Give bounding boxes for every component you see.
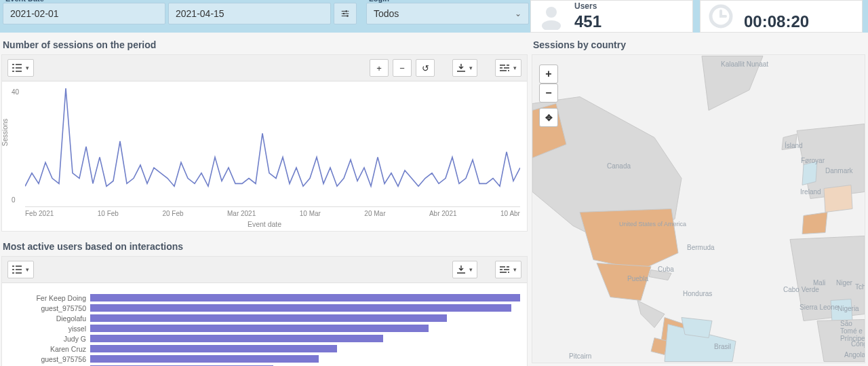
bar-row: Fer Keep Doing: [9, 293, 520, 303]
date-to-input[interactable]: 2021-04-15: [168, 3, 331, 24]
date-to-value: 2021-04-15: [176, 8, 224, 19]
map-label: Nigeria: [837, 305, 859, 312]
map-label: Pitcairn: [569, 352, 591, 360]
bar-fill: [90, 294, 520, 301]
map-zoom-out[interactable]: −: [539, 84, 558, 103]
download-button[interactable]: [452, 59, 477, 77]
map-label: Angola: [844, 351, 865, 359]
list-icon: [12, 266, 22, 274]
x-tick: Mar 2021: [227, 210, 256, 217]
sliders-icon: [500, 64, 509, 72]
list-icon: [12, 64, 22, 72]
map-label: Danmark: [825, 167, 853, 175]
kpi-users: Users 451: [530, 0, 693, 33]
map-label: Honduras: [683, 290, 712, 297]
users-panel: Fer Keep Doingguest_975750Diegolafuyisse…: [1, 256, 528, 366]
map-zoom-reset[interactable]: ✥: [539, 108, 558, 127]
bar-fill: [90, 335, 383, 342]
svg-point-1: [343, 13, 345, 15]
x-axis: Feb 202110 Feb20 FebMar 202110 Mar20 Mar…: [25, 206, 520, 215]
map-label: Ireland: [800, 188, 821, 196]
sliders-icon: [500, 266, 509, 274]
bar-row: Judy G: [9, 333, 520, 344]
map-zoom-in[interactable]: +: [539, 65, 558, 84]
map-panel: + − ✥: [532, 54, 865, 363]
svg-point-0: [345, 10, 347, 12]
map-title: Sessions by country: [532, 35, 865, 54]
bar-row: guest_975750: [9, 303, 520, 313]
y-tick: 0: [12, 196, 16, 204]
map-label: Kalaallit Nunaat: [721, 60, 768, 68]
chevron-down-icon: ⌄: [515, 9, 521, 18]
bar-row: Karen Cruz: [9, 344, 520, 354]
bar-label: guest_975750: [9, 304, 90, 312]
bar-fill: [90, 304, 511, 312]
legend-button[interactable]: [7, 261, 34, 278]
users-bar-chart: Fer Keep Doingguest_975750Diegolafuyisse…: [9, 289, 520, 366]
map-body[interactable]: + − ✥: [532, 55, 865, 363]
zoom-add-button[interactable]: +: [370, 59, 389, 77]
bar-fill: [90, 325, 429, 332]
bar-label: Karen Cruz: [9, 345, 90, 353]
kpi-time-label: [744, 1, 809, 11]
x-tick: 10 Abr: [500, 210, 520, 217]
sessions-panel: + − ↺ Sessions 40 0: [1, 54, 528, 232]
map-label: Sierra Leone: [800, 304, 838, 311]
settings-button[interactable]: [495, 59, 521, 77]
map-label: Bermuda: [687, 244, 715, 251]
bar-label: Diegolafu: [9, 314, 90, 323]
bar-fill: [90, 314, 447, 322]
bar-row: yissel: [9, 323, 520, 333]
zoom-reset-button[interactable]: ↺: [416, 59, 435, 77]
download-icon: [457, 266, 465, 274]
map-label: Congo: [851, 340, 865, 348]
svg-point-3: [546, 7, 557, 18]
minus-icon: −: [399, 63, 405, 73]
bar-label: guest_975756: [9, 355, 90, 363]
x-tick: 20 Feb: [162, 210, 183, 217]
bar-label: Fer Keep Doing: [9, 294, 90, 302]
bar-fill: [90, 345, 337, 352]
bar-label: yissel: [9, 325, 90, 333]
map-label: Brasil: [714, 343, 731, 350]
map-label: São Tomé e Príncipe: [840, 320, 865, 342]
map-label: Canada: [607, 162, 631, 170]
login-value: Todos: [374, 8, 399, 19]
kpi-time: 00:08:20: [700, 0, 863, 33]
users-panel-title: Most active users based on interactions: [1, 237, 528, 256]
plus-icon: +: [376, 63, 382, 73]
x-tick: 20 Mar: [364, 210, 385, 217]
kpi-users-label: Users: [574, 1, 601, 11]
bar-row: guest_975756: [9, 354, 520, 364]
legend-button[interactable]: [7, 59, 34, 77]
download-icon: [457, 64, 465, 72]
kpi-users-value: 451: [574, 12, 601, 31]
map-label: Cuba: [658, 266, 674, 273]
map-label: Puebla: [627, 275, 648, 282]
date-settings-button[interactable]: [334, 3, 357, 24]
x-tick: 10 Mar: [300, 210, 321, 217]
kpi-row: Users 451 00:08:20: [530, 0, 868, 33]
date-from-input[interactable]: 2021-02-01: [3, 3, 165, 24]
download-button[interactable]: [452, 261, 477, 278]
bar-row: Diegolafu: [9, 313, 520, 323]
svg-point-4: [542, 20, 561, 30]
settings-button[interactable]: [495, 261, 521, 278]
svg-point-2: [347, 15, 349, 17]
sessions-line-svg: [25, 88, 520, 194]
map-label: Niger: [836, 279, 852, 287]
map-label: Tchad: [855, 283, 865, 291]
user-icon: [538, 3, 565, 30]
bar-label: Judy G: [9, 335, 90, 343]
map-label: Ísland: [785, 142, 803, 149]
sessions-title: Number of sessions on the period: [1, 35, 528, 54]
map-label: United States of America: [619, 221, 686, 227]
login-select[interactable]: Todos ⌄: [366, 3, 529, 24]
clock-icon: [707, 3, 734, 30]
zoom-sub-button[interactable]: −: [393, 59, 412, 77]
x-tick: Feb 2021: [25, 210, 54, 217]
date-from-value: 2021-02-01: [10, 8, 59, 19]
y-tick: 40: [12, 88, 19, 96]
map-label: Føroyar: [801, 157, 825, 164]
x-tick: Abr 2021: [429, 210, 457, 217]
